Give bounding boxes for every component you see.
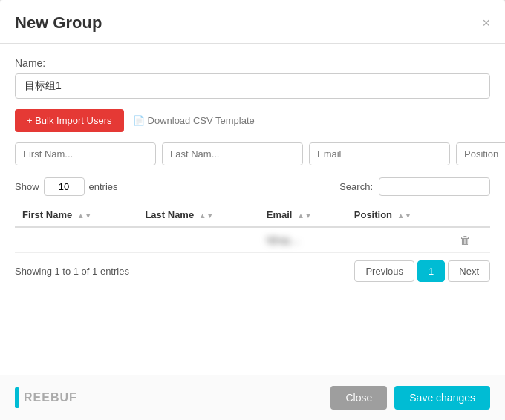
next-button[interactable]: Next <box>448 260 490 282</box>
close-icon[interactable]: × <box>482 16 490 30</box>
previous-button[interactable]: Previous <box>354 260 414 282</box>
table-footer: Showing 1 to 1 of 1 entries Previous 1 N… <box>15 260 490 282</box>
table-row: f​​​​@qq.... 🗑 <box>15 227 490 253</box>
position-input[interactable] <box>456 142 505 165</box>
page-1-button[interactable]: 1 <box>417 260 445 282</box>
show-label: Show <box>15 181 39 192</box>
sort-last-name-icon: ▲▼ <box>199 211 214 220</box>
footer-actions: Close Save changes <box>330 386 490 410</box>
bulk-import-row: + Bulk Import Users 📄 Download CSV Templ… <box>15 109 490 132</box>
search-right: Search: <box>339 177 490 196</box>
sort-position-icon: ▲▼ <box>397 211 412 220</box>
last-name-input[interactable] <box>162 142 303 165</box>
bulk-import-label: + Bulk Import Users <box>27 115 112 126</box>
cell-delete[interactable]: 🗑 <box>452 227 490 253</box>
save-button[interactable]: Save changes <box>394 386 490 410</box>
brand-text: REEBUF <box>24 391 77 404</box>
modal-footer: REEBUF Close Save changes <box>0 375 505 420</box>
col-last-name: Last Name ▲▼ <box>137 203 258 227</box>
col-first-name: First Name ▲▼ <box>15 203 137 227</box>
pagination: Previous 1 Next <box>354 260 490 282</box>
delete-icon[interactable]: 🗑 <box>460 234 471 246</box>
download-csv-button[interactable]: 📄 Download CSV Template <box>133 115 255 126</box>
modal-title: New Group <box>15 13 102 33</box>
brand-bar-icon <box>15 387 19 408</box>
cell-position <box>347 227 452 253</box>
name-input[interactable] <box>15 73 490 99</box>
name-label: Name: <box>15 57 490 69</box>
bulk-import-button[interactable]: + Bulk Import Users <box>15 109 124 132</box>
close-button[interactable]: Close <box>330 386 387 410</box>
search-label: Search: <box>339 181 373 192</box>
email-value: f​​​​@qq.... <box>267 234 301 246</box>
showing-text: Showing 1 to 1 of 1 entries <box>15 266 129 277</box>
entries-label: entries <box>89 181 118 192</box>
col-actions <box>452 203 490 227</box>
show-entries-left: Show entries <box>15 177 118 196</box>
entries-input[interactable] <box>44 177 85 196</box>
sort-email-icon: ▲▼ <box>297 211 312 220</box>
modal-body: Name: + Bulk Import Users 📄 Download CSV… <box>0 44 505 375</box>
cell-last-name <box>137 227 258 253</box>
download-csv-label: Download CSV Template <box>148 115 255 126</box>
col-email: Email ▲▼ <box>259 203 347 227</box>
add-user-row: + Add <box>15 142 490 165</box>
file-icon: 📄 <box>133 115 145 126</box>
cell-first-name <box>15 227 137 253</box>
search-input[interactable] <box>379 177 490 196</box>
col-position: Position ▲▼ <box>347 203 452 227</box>
first-name-input[interactable] <box>15 142 156 165</box>
cell-email: f​​​​@qq.... <box>259 227 347 253</box>
email-input[interactable] <box>309 142 450 165</box>
footer-brand: REEBUF <box>15 387 77 408</box>
modal-container: New Group × Name: + Bulk Import Users 📄 … <box>0 0 505 420</box>
data-table: First Name ▲▼ Last Name ▲▼ Email ▲▼ Posi… <box>15 203 490 253</box>
table-header-row: First Name ▲▼ Last Name ▲▼ Email ▲▼ Posi… <box>15 203 490 227</box>
sort-first-name-icon: ▲▼ <box>77 211 92 220</box>
modal-header: New Group × <box>0 0 505 44</box>
table-controls: Show entries Search: <box>15 177 490 196</box>
